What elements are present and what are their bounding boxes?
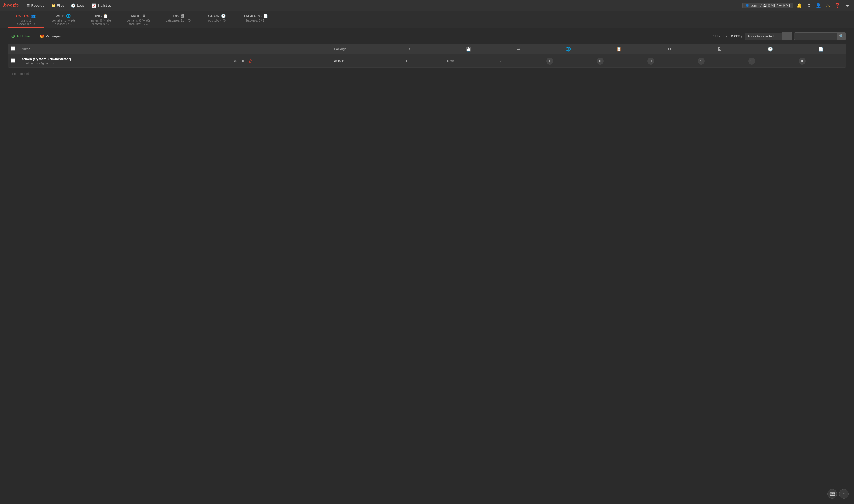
disk-icon: 💾 (763, 4, 767, 7)
header-bkp: 📄 (796, 44, 846, 54)
separator2: / (777, 4, 778, 7)
action-icons: ✏ ⏸ 🗑 (233, 58, 328, 64)
edit-icon[interactable]: ✏ (233, 58, 238, 64)
notifications-icon[interactable]: 🔔 (796, 2, 803, 9)
tab-web-label: WEB (55, 14, 65, 18)
scroll-top-button[interactable]: ↑ (839, 489, 849, 499)
row-db-cell: 0 (644, 54, 695, 68)
suspend-icon[interactable]: ⏸ (240, 58, 246, 64)
tab-db-label: DB (173, 14, 178, 18)
tab-cron-icon: 🕐 (221, 14, 226, 18)
user-name: admin (System Administrator) (22, 57, 227, 61)
disk-value: 0 MB (768, 4, 775, 7)
logout-icon[interactable]: ➜ (843, 2, 851, 9)
row-checkbox[interactable] (11, 58, 15, 63)
logs-icon: 🕐 (71, 3, 75, 8)
users-table: Name Package IPs 💾 ⇌ 🌐 (8, 44, 846, 68)
table-row: admin (System Administrator) Email: xele… (8, 54, 846, 68)
tab-web[interactable]: WEB 🌐 domains: 1 / ∞ (0) aliases: 1 / ∞ (43, 11, 83, 28)
name-header-label: Name (22, 47, 30, 51)
users-count: users: 1 (21, 19, 31, 22)
user-switch-icon[interactable]: 👤 (815, 2, 822, 9)
bw-value: 0 MB (496, 59, 503, 63)
tab-mail[interactable]: MAIL 🖥 domains: 0 / ∞ (0) accounts: 0 / … (119, 11, 158, 28)
tab-db[interactable]: DB 🗄 databases: 1 / ∞ (0) (158, 11, 199, 28)
web-col-icon: 🌐 (546, 47, 590, 52)
tab-db-title: DB 🗄 (173, 14, 184, 18)
user-badge[interactable]: 👤 admin / 💾 0 MB / ⇌ 0 MB (743, 3, 794, 8)
header-cron: 🕐 (745, 44, 796, 54)
tab-cron-label: CRON (208, 14, 220, 18)
row-bw-cell: 0 MB (493, 54, 543, 68)
mail-accounts: accounts: 0 / ∞ (128, 22, 148, 25)
tab-users-icon: 👥 (31, 14, 36, 18)
tab-users-title: USERS 👥 (16, 14, 36, 18)
package-value: default (334, 59, 344, 63)
section-tabs: USERS 👥 users: 1 suspended: 0 WEB 🌐 doma… (0, 11, 854, 29)
row-package-cell: default (331, 54, 402, 68)
user-count-label: 1 user account (8, 72, 29, 76)
add-user-button[interactable]: ⊕ Add User (8, 32, 34, 41)
tab-backups-title: BACKUPS 📄 (243, 14, 268, 18)
bw-value: 0 MB (783, 4, 790, 7)
user-email: Email: xelese@gmail.com (22, 61, 227, 65)
keyboard-button[interactable]: ⌨ (827, 489, 837, 499)
statistics-icon: 📈 (91, 3, 96, 8)
package-header-label: Package (334, 47, 347, 51)
row-disk-cell: 0 MB (444, 54, 493, 68)
email-value: xelese@gmail.com (31, 61, 55, 65)
disk-col-icon: 💾 (447, 47, 490, 52)
tab-cron[interactable]: CRON 🕐 jobs: 10 / ∞ (0) (199, 11, 234, 28)
header-mail: 📋 (594, 44, 644, 54)
tab-mail-label: MAIL (131, 14, 140, 18)
db2-col-icon: 🗄 (698, 47, 742, 52)
packages-button[interactable]: 🎁 Packages (37, 33, 64, 40)
tab-dns-label: DNS (93, 14, 102, 18)
user-label: admin (751, 4, 760, 7)
help-icon[interactable]: ❓ (834, 2, 841, 9)
bw-num: 0 (496, 59, 499, 63)
sort-arrow-icon: ↕ (741, 34, 743, 38)
tab-db-stats: databases: 1 / ∞ (0) (166, 19, 192, 22)
select-all-checkbox[interactable] (11, 47, 15, 51)
ips-header-label: IPs (405, 47, 410, 51)
header-db: 🖥 (644, 44, 695, 54)
mail-col-icon: 📋 (597, 47, 641, 52)
tab-dns[interactable]: DNS 📋 zones: 0 / ∞ (0) records: 0 / ∞ (83, 11, 119, 28)
tab-users[interactable]: USERS 👥 users: 1 suspended: 0 (8, 11, 43, 28)
nav-statistics-label: Statistics (97, 3, 111, 7)
nav-statistics[interactable]: 📈 Statistics (89, 2, 114, 9)
keyboard-icon: ⌨ (829, 491, 835, 497)
apply-select[interactable]: Apply to selected (745, 33, 782, 40)
search-button[interactable]: 🔍 (837, 33, 846, 39)
users-table-container: Name Package IPs 💾 ⇌ 🌐 (0, 44, 854, 68)
nav-logs-label: Logs (77, 3, 84, 7)
nav-logs[interactable]: 🕐 Logs (68, 2, 87, 9)
settings-icon[interactable]: ⚙ (805, 2, 813, 9)
tab-backups-icon: 📄 (263, 14, 268, 18)
apply-go-button[interactable]: → (782, 32, 792, 40)
tab-dns-title: DNS 📋 (93, 14, 108, 18)
users-suspended: suspended: 0 (17, 22, 35, 25)
scroll-top-icon: ↑ (843, 491, 845, 496)
search-input[interactable] (795, 33, 837, 39)
nav-files[interactable]: 📁 Files (48, 2, 67, 9)
web-domains: domains: 1 / ∞ (0) (52, 19, 75, 22)
ips-value: 1 (405, 59, 407, 63)
header-ips: IPs (402, 44, 444, 54)
username: admin (22, 57, 32, 61)
tab-mail-icon: 🖥 (142, 14, 146, 18)
web-badge: 1 (546, 58, 553, 65)
tab-backups[interactable]: BACKUPS 📄 backups: 0 / 1 (234, 11, 276, 28)
nav-records[interactable]: ☰ Records (24, 2, 47, 9)
user-icon: 👤 (745, 4, 749, 7)
row-mail-cell: 0 (594, 54, 644, 68)
bw-unit: MB (499, 60, 503, 63)
delete-icon[interactable]: 🗑 (247, 58, 253, 64)
warning-icon[interactable]: ⚠ (824, 2, 832, 9)
table-body: admin (System Administrator) Email: xele… (8, 54, 846, 68)
tab-backups-label: BACKUPS (243, 14, 262, 18)
search-icon: 🔍 (839, 34, 844, 38)
add-user-label: Add User (16, 34, 31, 38)
app-logo: hestia (3, 2, 19, 9)
